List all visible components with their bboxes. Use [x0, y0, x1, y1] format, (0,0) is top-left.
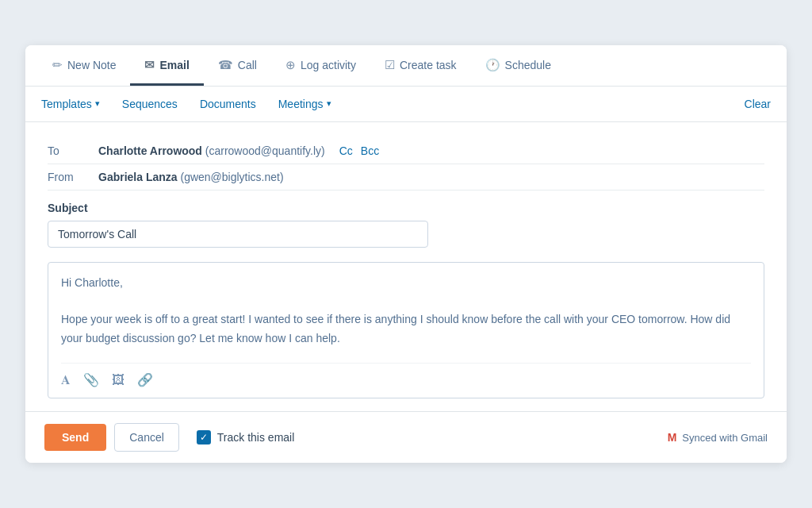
- meetings-button[interactable]: Meetings ▾: [278, 94, 331, 114]
- from-email: (gwen@biglytics.net): [180, 171, 283, 183]
- meetings-chevron-icon: ▾: [327, 98, 331, 109]
- tab-create-task-label: Create task: [400, 59, 457, 71]
- to-value: Charlotte Arrowood (carrowood@quantify.l…: [98, 144, 325, 157]
- templates-chevron-icon: ▾: [95, 98, 100, 109]
- documents-button[interactable]: Documents: [200, 94, 256, 114]
- clear-button[interactable]: Clear: [745, 98, 771, 110]
- body-toolbar: 𝐀 📎 🖼 🔗: [61, 363, 751, 391]
- tab-schedule[interactable]: 🕐 Schedule: [471, 45, 565, 86]
- subject-section: Subject: [48, 190, 764, 254]
- tab-email[interactable]: ✉ Email: [130, 45, 203, 86]
- plus-circle-icon: ⊕: [285, 58, 296, 72]
- font-format-icon[interactable]: 𝐀: [61, 370, 71, 391]
- from-name: Gabriela Lanza: [98, 171, 178, 183]
- bcc-button[interactable]: Bcc: [361, 144, 379, 157]
- tab-new-note-label: New Note: [67, 59, 116, 71]
- synced-gmail-indicator: M Synced with Gmail: [668, 431, 768, 444]
- sequences-button[interactable]: Sequences: [122, 94, 178, 114]
- meetings-label: Meetings: [278, 98, 324, 110]
- sequences-label: Sequences: [122, 98, 178, 110]
- email-form: To Charlotte Arrowood (carrowood@quantif…: [25, 122, 787, 411]
- track-email-checkbox[interactable]: ✓: [197, 430, 211, 444]
- subject-label: Subject: [48, 202, 764, 214]
- cc-bcc-group: Cc Bcc: [339, 144, 379, 157]
- to-name: Charlotte Arrowood: [98, 144, 202, 157]
- image-icon[interactable]: 🖼: [112, 370, 124, 391]
- body-content: Hope your week is off to a great start! …: [61, 310, 751, 348]
- to-email: (carrowood@quantify.ly): [205, 144, 325, 157]
- tab-create-task[interactable]: ☑ Create task: [370, 45, 471, 86]
- attach-icon[interactable]: 📎: [83, 370, 99, 391]
- from-label: From: [48, 171, 98, 183]
- tab-call-label: Call: [238, 59, 257, 71]
- templates-label: Templates: [41, 98, 92, 110]
- clock-icon: 🕐: [485, 58, 500, 72]
- tab-log-activity-label: Log activity: [301, 59, 356, 71]
- tab-log-activity[interactable]: ⊕ Log activity: [271, 45, 370, 86]
- track-email-row: ✓ Track this email: [197, 430, 295, 444]
- phone-icon: ☎: [218, 58, 233, 72]
- templates-button[interactable]: Templates ▾: [41, 94, 100, 114]
- tab-new-note[interactable]: ✏ New Note: [38, 45, 130, 86]
- tab-bar: ✏ New Note ✉ Email ☎ Call ⊕ Log activity…: [25, 45, 787, 87]
- documents-label: Documents: [200, 98, 256, 110]
- to-label: To: [48, 144, 98, 157]
- from-value: Gabriela Lanza (gwen@biglytics.net): [98, 171, 284, 183]
- footer: Send Cancel ✓ Track this email M Synced …: [25, 411, 787, 463]
- send-button[interactable]: Send: [44, 424, 106, 451]
- checkbox-icon: ☑: [385, 58, 395, 72]
- cc-button[interactable]: Cc: [339, 144, 353, 157]
- cancel-button[interactable]: Cancel: [114, 423, 179, 452]
- tab-email-label: Email: [159, 59, 189, 71]
- subject-input[interactable]: [48, 221, 428, 248]
- track-email-label: Track this email: [217, 431, 295, 444]
- email-body-area[interactable]: Hi Charlotte, Hope your week is off to a…: [48, 262, 764, 398]
- tab-call[interactable]: ☎ Call: [204, 45, 271, 86]
- email-icon: ✉: [144, 58, 155, 72]
- pencil-icon: ✏: [52, 58, 63, 72]
- link-icon[interactable]: 🔗: [137, 370, 153, 391]
- from-row: From Gabriela Lanza (gwen@biglytics.net): [48, 164, 764, 190]
- sub-toolbar: Templates ▾ Sequences Documents Meetings…: [25, 87, 787, 122]
- to-row: To Charlotte Arrowood (carrowood@quantif…: [48, 138, 764, 164]
- synced-gmail-label: Synced with Gmail: [682, 432, 768, 444]
- gmail-icon: M: [668, 431, 677, 444]
- tab-schedule-label: Schedule: [505, 59, 551, 71]
- body-greeting: Hi Charlotte,: [61, 274, 751, 293]
